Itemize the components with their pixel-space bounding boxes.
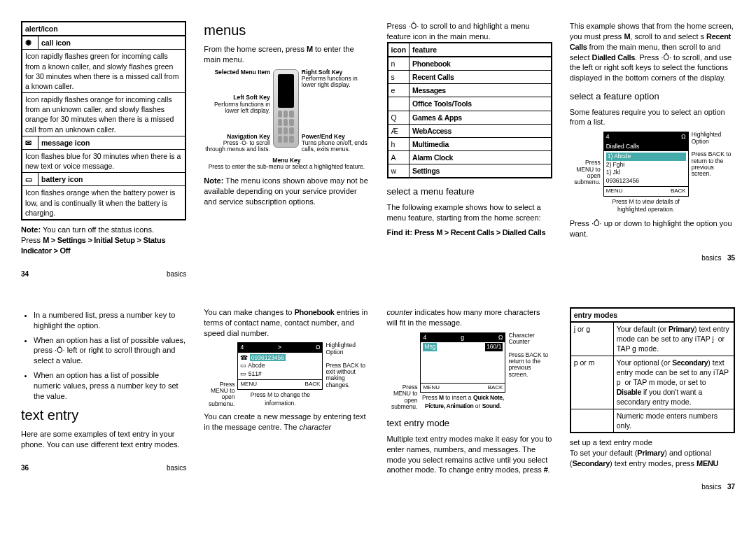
spread-36-37: In a numbered list, press a number key t… — [21, 307, 735, 492]
page-section: basics — [167, 269, 186, 279]
status-path: Press M > Settings > Initial Setup > Sta… — [21, 235, 186, 256]
page-36-col1: In a numbered list, press a number key t… — [21, 307, 186, 492]
dialled-calls-figure: Press MENU to open submenu. 4Ω Dialled C… — [570, 132, 735, 214]
find-it: Find it: Press M > Recent Calls > Dialle… — [387, 227, 552, 238]
text-entry-mode-heading: text entry mode — [387, 417, 552, 430]
new-message-body: You can create a new message by entering… — [204, 412, 369, 433]
page-num-35: 35 — [727, 254, 735, 262]
icon-row: nPhonebook — [388, 57, 552, 71]
tip-2: When an option has a list of possible va… — [34, 335, 186, 367]
bat-icon-body: Icon flashes orange when the battery pow… — [22, 186, 186, 220]
msg-screen: 4gΩ Msg160/1 MENUBACK — [420, 332, 505, 393]
page-num-36: 36 — [21, 463, 29, 473]
menus-intro: From the home screen, press M to enter t… — [204, 44, 369, 65]
setup-mode-body1: set up a text entry mode — [570, 437, 735, 448]
icon-row: QGames & Apps — [388, 111, 552, 124]
page-36-col2: You can make changes to Phonebook entrie… — [204, 307, 369, 492]
icon-row: sRecent Calls — [388, 71, 552, 84]
page-35-col1: menus From the home screen, press M to e… — [204, 21, 369, 279]
select-feature-option-body: Some features require you to select an o… — [570, 107, 735, 128]
page-num-34: 34 — [21, 269, 29, 279]
select-menu-feature-body: The following example shows how to selec… — [387, 202, 552, 223]
page-35-col3: This example shows that from the home sc… — [570, 21, 735, 279]
call-icon-body: Icon rapidly flashes green for incoming … — [22, 50, 186, 93]
icon-row: wSettings — [388, 164, 552, 178]
page-34: alert/icon ✺call icon Icon rapidly flash… — [21, 21, 186, 279]
alert-hdr: alert/icon — [22, 22, 186, 36]
icon-row: Office Tools/Tools — [388, 97, 552, 111]
icon-row: ÆWebAccess — [388, 124, 552, 137]
msg-icon-hdr: message icon — [38, 136, 186, 149]
tip-3: When an option has a list of possible nu… — [34, 370, 186, 402]
text-entry-body: Here are some examples of text entry in … — [21, 429, 186, 450]
phonebook-changes-body: You can make changes to Phonebook entrie… — [204, 307, 369, 339]
icon-row: eMessages — [388, 84, 552, 97]
menus-note: Note: The menu icons shown above may not… — [204, 176, 369, 207]
phone-illustration — [273, 69, 299, 148]
icon-row: hMultimedia — [388, 137, 552, 150]
counter-body: counter indicates how many more characte… — [387, 307, 552, 328]
page-37-col1: counter indicates how many more characte… — [387, 307, 552, 492]
bat-icon-hdr: battery icon — [38, 173, 186, 186]
call-icon-body2: Icon rapidly flashes orange for incoming… — [22, 93, 186, 136]
alert-icon-table: alert/icon ✺call icon Icon rapidly flash… — [21, 21, 186, 220]
select-menu-feature-heading: select a menu feature — [387, 185, 552, 198]
spread-34-35: alert/icon ✺call icon Icon rapidly flash… — [21, 21, 735, 279]
phone-icon: ☎ — [240, 354, 248, 361]
menus-heading: menus — [204, 21, 369, 40]
entry-modes-table: entry modes j or gYour default (or Prima… — [570, 307, 735, 433]
msg-icon-body: Icon flashes blue for 30 minutes when th… — [22, 149, 186, 172]
press-up-down-body: Press ·Ô· up or down to highlight the op… — [570, 218, 735, 239]
page-35-col2: Press ·Ô· to scroll to and highlight a m… — [387, 21, 552, 279]
select-feature-option-heading: select a feature option — [570, 90, 735, 103]
text-entry-heading: text entry — [21, 406, 186, 425]
page-num-37: 37 — [727, 483, 735, 491]
option-list-tips: In a numbered list, press a number key t… — [21, 310, 186, 402]
phone-figure: Selected Menu Item Left Soft KeyPerforms… — [204, 69, 369, 153]
dialled-calls-screen: 4Ω Dialled Calls 1) Abcde 2) Fghi 1) Jkl… — [603, 132, 689, 197]
menu-key-ann: Menu KeyPress to enter the sub-menu or s… — [204, 157, 369, 171]
page-37-col2: entry modes j or gYour default (or Prima… — [570, 307, 735, 492]
msg-figure: Press MENU to open submenu. 4gΩ Msg160/1… — [387, 332, 552, 411]
setup-mode-body2: To set your default (Primary) and option… — [570, 448, 735, 469]
menu-scroll-intro: Press ·Ô· to scroll to and highlight a m… — [387, 21, 552, 42]
phonebook-screen: 4>Ω ☎ 0936123456 ▭ Abcde ▭ 511# MENUBACK — [237, 342, 323, 390]
card-icon: ▭ — [240, 362, 246, 369]
icon-row: AAlarm Clock — [388, 151, 552, 164]
text-entry-mode-body: Multiple text entry modes make it easy f… — [387, 434, 552, 475]
clip-icon: ▭ — [240, 370, 246, 377]
select-example-body: This example shows that from the home sc… — [570, 21, 735, 83]
call-icon-hdr: call icon — [38, 36, 186, 50]
status-note: Note: You can turn off the status icons. — [21, 225, 186, 235]
phonebook-figure: Press MENU to open submenu. 4>Ω ☎ 093612… — [204, 342, 369, 407]
tip-1: In a numbered list, press a number key t… — [34, 310, 186, 331]
menu-icon-table: iconfeature nPhonebooksRecent CallseMess… — [387, 42, 552, 179]
